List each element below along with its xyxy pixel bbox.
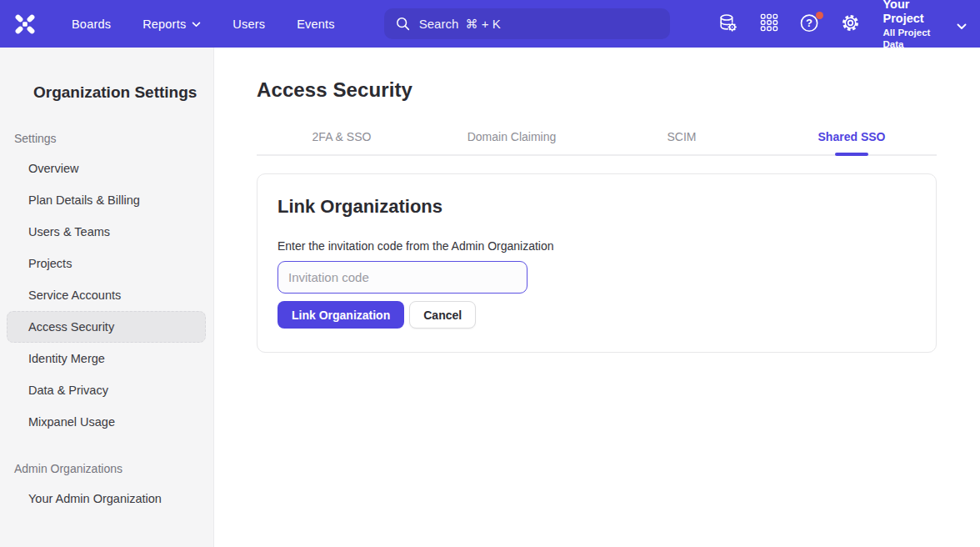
topbar: BoardsReportsUsersEvents <box>0 0 980 48</box>
sidebar-sections: SettingsOverviewPlan Details & BillingUs… <box>0 132 213 514</box>
global-search[interactable] <box>384 8 670 39</box>
mixpanel-logo-icon <box>13 26 37 38</box>
search-icon <box>395 16 411 32</box>
apps-grid-button[interactable] <box>758 13 781 36</box>
page-title: Access Security <box>257 78 937 102</box>
sidebar-item-mixpanel-usage[interactable]: Mixpanel Usage <box>7 406 206 438</box>
notification-badge <box>816 12 823 19</box>
tab-bar: 2FA & SSODomain ClaimingSCIMShared SSO <box>257 125 937 156</box>
nav-item-events[interactable]: Events <box>297 18 335 31</box>
data-management-button[interactable] <box>717 13 740 36</box>
sidebar-item-your-admin-organization[interactable]: Your Admin Organization <box>7 483 206 514</box>
sidebar-item-identity-merge[interactable]: Identity Merge <box>7 343 206 374</box>
sidebar-section-label-admin-organizations: Admin Organizations <box>14 462 213 475</box>
link-organization-button[interactable]: Link Organization <box>278 301 404 329</box>
sidebar-section-label-settings: Settings <box>14 132 213 145</box>
settings-gear-icon <box>839 12 862 37</box>
card-actions: Link Organization Cancel <box>278 301 916 329</box>
invitation-code-input[interactable] <box>278 261 528 294</box>
tab-domain-claiming[interactable]: Domain Claiming <box>427 125 597 154</box>
nav-item-label: Events <box>297 18 335 31</box>
project-selector-text: Your Project All Project Data <box>883 0 948 50</box>
apps-grid-icon <box>758 12 780 36</box>
settings-button[interactable] <box>839 13 862 36</box>
project-subtitle: All Project Data <box>883 27 948 50</box>
topbar-actions: ? <box>717 13 862 36</box>
mixpanel-logo[interactable] <box>13 13 37 36</box>
project-name: Your Project <box>883 0 948 26</box>
sidebar-item-service-accounts[interactable]: Service Accounts <box>7 279 206 311</box>
settings-sidebar: Organization Settings SettingsOverviewPl… <box>0 48 214 547</box>
cancel-button[interactable]: Cancel <box>409 301 476 329</box>
database-gear-icon <box>717 12 739 37</box>
main-content: Access Security 2FA & SSODomain Claiming… <box>214 48 980 547</box>
chevron-down-icon <box>957 23 967 30</box>
tab-shared-sso[interactable]: Shared SSO <box>767 125 937 154</box>
nav-item-boards[interactable]: Boards <box>72 18 111 31</box>
nav-item-users[interactable]: Users <box>232 18 265 31</box>
nav-item-label: Reports <box>142 18 186 31</box>
help-button[interactable]: ? <box>798 13 822 36</box>
sidebar-item-plan-details-billing[interactable]: Plan Details & Billing <box>7 184 206 216</box>
svg-text:?: ? <box>806 17 812 29</box>
nav-item-label: Users <box>232 18 265 31</box>
card-description: Enter the invitation code from the Admin… <box>278 239 916 253</box>
link-organizations-card: Link Organizations Enter the invitation … <box>257 173 937 353</box>
nav-item-label: Boards <box>72 18 111 31</box>
sidebar-title: Organization Settings <box>33 83 213 102</box>
sidebar-item-overview[interactable]: Overview <box>7 153 206 184</box>
tab-2fa-sso[interactable]: 2FA & SSO <box>257 125 427 154</box>
chevron-down-icon <box>192 22 201 28</box>
sidebar-item-data-privacy[interactable]: Data & Privacy <box>7 374 206 406</box>
tab-scim[interactable]: SCIM <box>597 125 767 154</box>
sidebar-item-access-security[interactable]: Access Security <box>7 311 206 343</box>
topbar-nav: BoardsReportsUsersEvents <box>72 18 335 31</box>
card-title: Link Organizations <box>278 196 916 218</box>
project-selector[interactable]: Your Project All Project Data <box>883 0 968 50</box>
sidebar-item-users-teams[interactable]: Users & Teams <box>7 216 206 248</box>
sidebar-item-projects[interactable]: Projects <box>7 248 206 279</box>
search-input[interactable] <box>419 17 659 31</box>
nav-item-reports[interactable]: Reports <box>142 18 201 31</box>
